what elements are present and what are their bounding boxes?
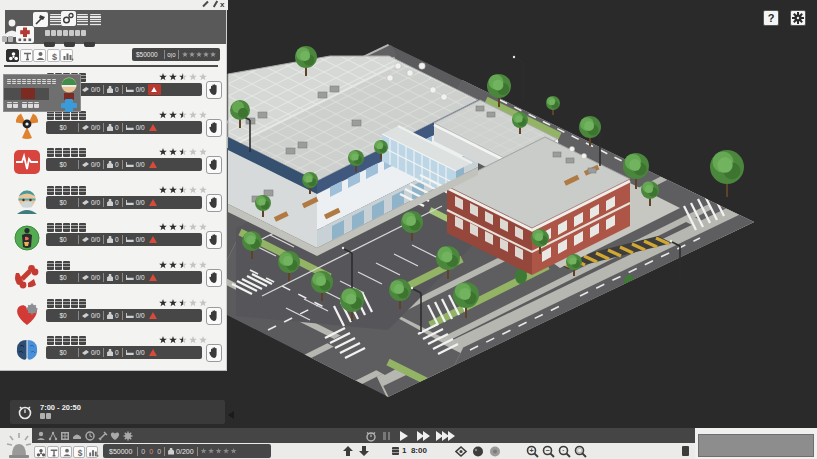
svg-text:$: $ <box>78 448 83 458</box>
svg-text:$: $ <box>51 52 56 62</box>
svg-text:·: · <box>562 447 564 454</box>
svg-text:−: − <box>545 447 549 454</box>
svg-text:+: + <box>529 447 533 454</box>
